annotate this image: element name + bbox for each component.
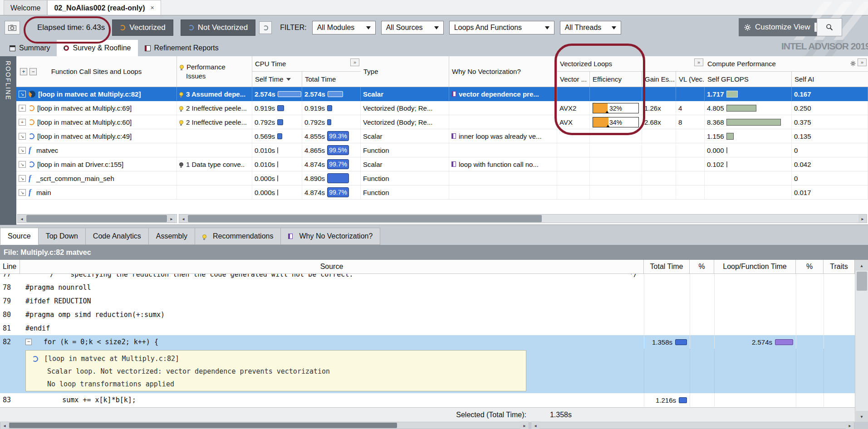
cell-total-time: 4.865s99.5%: [302, 143, 361, 157]
expand-icon[interactable]: ↘: [19, 133, 26, 140]
source-row[interactable]: 80#pragma omp simd reduction(+:sumx): [0, 308, 868, 322]
tab-why-no-vectorization[interactable]: Why No Vectorization?: [281, 228, 380, 245]
table-row[interactable]: +[loop in matvec at Multiply.c:69]2 Inef…: [16, 101, 868, 115]
source-row[interactable]: 82− for (k = 0;k < size2; k++) {1.358s2.…: [0, 335, 868, 349]
compute-performance-group-header[interactable]: Compute Performance »: [705, 56, 868, 72]
source-horizontal-scrollbar[interactable]: ◂ ▸: [0, 422, 529, 429]
column-vl[interactable]: VL (Vec...: [676, 72, 705, 87]
column-group-cpu-time: CPU Time » Self Time Total Time: [252, 56, 361, 87]
collapse-icon[interactable]: −: [25, 339, 32, 345]
scroll-down-icon[interactable]: ▾: [856, 411, 868, 422]
modules-dropdown[interactable]: All Modules: [312, 21, 376, 34]
cpu-time-group-header[interactable]: CPU Time »: [252, 56, 361, 72]
function-column-scrollbar[interactable]: ◂ ▸: [17, 214, 177, 223]
tab-result[interactable]: 02_NoAlias002 (read-only) ×: [47, 0, 161, 15]
tab-refinement-reports[interactable]: Refinement Reports: [138, 40, 226, 56]
expand-columns-icon[interactable]: »: [350, 58, 359, 66]
tab-assembly[interactable]: Assembly: [149, 228, 195, 245]
code-text: for (k = 0;k < size2; k++) {: [35, 335, 158, 349]
scroll-right-icon[interactable]: ▸: [846, 421, 854, 429]
column-loop-function-time[interactable]: Loop/Function Time: [714, 260, 796, 273]
column-why-no-vectorization[interactable]: Why No Vectorization?: [449, 56, 557, 87]
column-traits[interactable]: Traits: [824, 260, 855, 273]
expand-icon[interactable]: ↘: [19, 175, 26, 182]
refresh-button[interactable]: [259, 21, 272, 34]
source-row[interactable]: 79#ifdef REDUCTION: [0, 294, 868, 308]
source-row[interactable]: 83 sumx += x[k]*b[k];1.216s: [0, 393, 868, 407]
not-vectorized-filter-button[interactable]: Not Vectorized: [181, 20, 256, 36]
source-row[interactable]: 78#pragma nounroll: [0, 281, 868, 294]
column-type[interactable]: Type: [361, 56, 449, 87]
collapse-all-button[interactable]: −: [29, 68, 37, 75]
expand-icon[interactable]: ↘: [19, 147, 26, 154]
scroll-left-icon[interactable]: ◂: [0, 421, 9, 429]
column-self-time[interactable]: Self Time: [252, 72, 302, 87]
column-total-time[interactable]: Total Time: [302, 72, 361, 87]
table-row[interactable]: ↘fmatvec0.010s4.865s99.5%Function0.0000: [16, 143, 868, 157]
scroll-left-icon[interactable]: ◂: [531, 421, 539, 429]
tab-top-down[interactable]: Top Down: [39, 228, 86, 245]
tab-summary[interactable]: Summary: [3, 40, 57, 56]
search-button[interactable]: [817, 18, 842, 36]
vectorized-filter-button[interactable]: Vectorized: [112, 20, 173, 36]
cell-vector-isa: [557, 129, 590, 143]
scroll-right-icon[interactable]: ▸: [858, 214, 867, 223]
scroll-right-icon[interactable]: ▸: [167, 214, 176, 223]
column-self-gflops[interactable]: Self GFLOPS: [705, 72, 792, 87]
cell-loop-function-time: 2.574s: [714, 335, 796, 349]
scroll-right-icon[interactable]: ▸: [520, 421, 529, 429]
column-group-vectorized-loops: Vectorized Loops » Vector ... Efficiency…: [557, 56, 705, 87]
column-function-call-sites[interactable]: + − Function Call Sites and Loops: [16, 56, 177, 87]
close-icon[interactable]: ×: [150, 1, 154, 15]
scrollbar-thumb[interactable]: [9, 423, 397, 428]
source-vertical-scrollbar[interactable]: ▴ ▾: [855, 260, 868, 422]
snapshot-button[interactable]: [5, 21, 20, 34]
column-src-total-time[interactable]: Total Time: [644, 260, 690, 273]
table-row[interactable]: ↘[loop in matvec at Multiply.c:49]0.569s…: [16, 129, 868, 143]
data-columns-scrollbar[interactable]: ◂ ▸: [179, 214, 867, 223]
source-row[interactable]: 81#endif: [0, 322, 868, 335]
expand-icon[interactable]: ↘: [19, 189, 26, 196]
tab-code-analytics[interactable]: Code Analytics: [86, 228, 149, 245]
loops-functions-dropdown[interactable]: Loops And Functions: [449, 21, 554, 34]
metrics-horizontal-scrollbar[interactable]: ◂ ▸: [531, 422, 854, 429]
expand-columns-icon[interactable]: »: [858, 58, 867, 66]
scroll-left-icon[interactable]: ◂: [179, 214, 187, 223]
scroll-left-icon[interactable]: ◂: [18, 214, 26, 223]
cell-src-percent2: [796, 294, 824, 308]
gear-icon[interactable]: [850, 60, 856, 68]
roofline-sidebar[interactable]: ROOFLINE: [0, 56, 16, 225]
tab-recommendations[interactable]: Recommendations: [195, 228, 281, 245]
table-row[interactable]: ↘f_scrt_common_main_seh0.000s4.890sFunct…: [16, 171, 868, 185]
cell-function: ↘[loop in matvec at Multiply.c:82]: [16, 87, 177, 101]
column-performance-issues[interactable]: Performance Issues: [177, 56, 252, 87]
scrollbar-thumb[interactable]: [857, 272, 867, 291]
expand-columns-icon[interactable]: »: [694, 58, 703, 66]
column-efficiency[interactable]: Efficiency: [590, 72, 642, 87]
expand-icon[interactable]: ↘: [19, 161, 26, 168]
sources-dropdown[interactable]: All Sources: [381, 21, 444, 34]
table-row[interactable]: ↘[loop in matvec at Multiply.c:82]3 Assu…: [16, 87, 868, 101]
threads-dropdown[interactable]: All Threads: [560, 21, 621, 34]
table-row[interactable]: +[loop in matvec at Multiply.c:60]2 Inef…: [16, 115, 868, 129]
column-src-percent[interactable]: %: [690, 260, 714, 273]
tab-source[interactable]: Source: [0, 228, 39, 245]
status-bar: Selected (Total Time): 1.358s: [0, 407, 855, 422]
expand-icon[interactable]: +: [19, 119, 26, 126]
column-self-ai[interactable]: Self AI: [792, 72, 868, 87]
source-row[interactable]: 77 / specifying the reduction then the c…: [0, 274, 868, 281]
column-src-percent2[interactable]: %: [796, 260, 824, 273]
vectorized-loops-group-header[interactable]: Vectorized Loops »: [557, 56, 705, 72]
scrollbar-thumb[interactable]: [188, 215, 542, 222]
expand-icon[interactable]: +: [19, 105, 26, 112]
table-row[interactable]: ↘[loop in main at Driver.c:155]1 Data ty…: [16, 157, 868, 171]
tab-welcome[interactable]: Welcome: [4, 0, 47, 15]
table-row[interactable]: ↘fmain0.000s4.874s99.7%Function0.017: [16, 185, 868, 200]
scroll-up-icon[interactable]: ▴: [856, 260, 868, 271]
expand-icon[interactable]: ↘: [19, 91, 26, 98]
column-gain[interactable]: Gain Es...: [642, 72, 676, 87]
column-vector-isa[interactable]: Vector ...: [557, 72, 590, 87]
expand-all-button[interactable]: +: [20, 68, 27, 75]
scrollbar-thumb[interactable]: [26, 215, 167, 222]
tab-survey-roofline[interactable]: Survey & Roofline: [57, 40, 137, 56]
